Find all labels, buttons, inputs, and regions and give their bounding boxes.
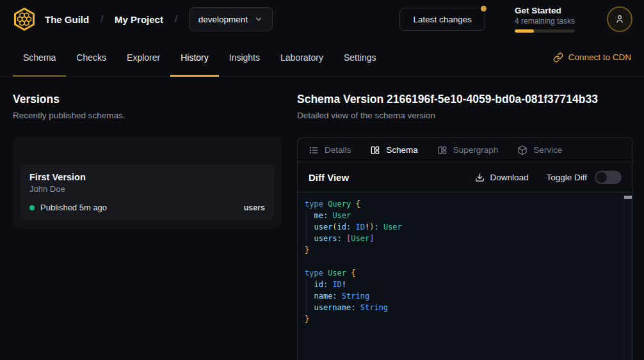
version-meta-row: Published 5m ago users <box>29 203 265 212</box>
tab-label: Supergraph <box>453 145 499 155</box>
tab-insights[interactable]: Insights <box>219 38 270 76</box>
tab-schema[interactable]: Schema <box>13 38 66 76</box>
published-status-dot <box>29 205 35 210</box>
tab-details[interactable]: Details <box>309 145 351 155</box>
code-line: type User { <box>305 267 622 279</box>
versions-panel: Versions Recently published schemas. Fir… <box>0 77 297 360</box>
tab-history[interactable]: History <box>170 38 219 76</box>
diff-toolbar: Diff View Download Toggle D <box>298 162 632 192</box>
tab-supergraph[interactable]: Supergraph <box>437 145 499 155</box>
notification-dot <box>481 6 487 12</box>
schema-version-subtitle: Detailed view of the schema version <box>297 111 633 120</box>
version-status: Published 5m ago <box>40 203 107 212</box>
tab-explorer[interactable]: Explorer <box>117 38 170 76</box>
target-selector[interactable]: development <box>189 7 273 31</box>
breadcrumb: The Guild / My Project / development <box>45 7 273 31</box>
code-line: type Query { <box>305 198 622 210</box>
chevron-down-icon <box>254 15 263 24</box>
indent-guide <box>306 210 307 244</box>
breadcrumb-org[interactable]: The Guild <box>45 14 89 25</box>
code-block: type Query { me: User user(id: ID!): Use… <box>305 198 622 325</box>
schema-version-panel: Schema Version 2166196f-5e10-4059-bd0a-0… <box>297 77 633 360</box>
get-started-subtitle: 4 remaining tasks <box>515 17 575 26</box>
versions-subtitle: Recently published schemas. <box>13 111 297 120</box>
progress-fill <box>515 29 534 33</box>
code-line: } <box>305 244 622 256</box>
main-content: Versions Recently published schemas. Fir… <box>0 77 644 360</box>
user-menu-button[interactable] <box>607 6 632 32</box>
tab-underline <box>13 75 66 77</box>
tab-label: History <box>181 52 209 63</box>
list-icon <box>309 145 319 155</box>
tab-label: Service <box>533 145 562 155</box>
switch-knob <box>596 172 607 183</box>
tab-schema-view[interactable]: Schema <box>370 145 418 155</box>
breadcrumb-project[interactable]: My Project <box>115 14 163 25</box>
person-icon <box>614 13 625 25</box>
cube-icon <box>517 145 527 155</box>
code-line: user(id: ID!): User <box>305 221 622 233</box>
tab-label: Insights <box>229 52 260 63</box>
code-line: me: User <box>305 210 622 221</box>
breadcrumb-separator: / <box>101 14 103 24</box>
version-service-badge: users <box>244 203 265 212</box>
code-line: name: String <box>305 290 622 302</box>
tab-label: Laboratory <box>280 52 323 63</box>
version-author: John Doe <box>29 184 265 194</box>
toggle-diff-switch[interactable] <box>595 171 622 184</box>
get-started-title: Get Started <box>515 6 575 16</box>
download-icon <box>475 173 485 182</box>
target-selector-value: development <box>198 15 248 24</box>
code-line: users: [User] <box>305 233 622 244</box>
schema-version-tabs: Details Schema <box>298 138 632 162</box>
connect-to-cdn-label: Connect to CDN <box>568 52 631 62</box>
diff-view-title: Diff View <box>309 172 349 183</box>
indent-guide <box>306 279 307 313</box>
toggle-diff-label: Toggle Diff <box>546 173 587 182</box>
download-button[interactable]: Download <box>475 173 528 182</box>
tab-label: Checks <box>76 52 106 63</box>
code-scrollbar[interactable] <box>624 192 632 360</box>
version-name: First Version <box>29 172 265 182</box>
tab-label: Settings <box>344 52 376 63</box>
panels-icon <box>370 145 380 155</box>
tab-checks[interactable]: Checks <box>66 38 117 76</box>
tab-service[interactable]: Service <box>517 145 562 155</box>
versions-list: First Version John Doe Published 5m ago … <box>13 137 282 228</box>
breadcrumb-separator: / <box>175 14 177 24</box>
hive-logo-icon[interactable] <box>12 6 37 32</box>
schema-version-title: Schema Version 2166196f-5e10-4059-bd0a-0… <box>297 93 633 106</box>
link-icon <box>553 52 563 63</box>
tab-label: Explorer <box>127 52 160 63</box>
versions-title: Versions <box>13 93 297 106</box>
scrollbar-thumb[interactable] <box>624 196 632 199</box>
app-header: The Guild / My Project / development Lat… <box>0 0 644 38</box>
version-card[interactable]: First Version John Doe Published 5m ago … <box>20 164 274 220</box>
connect-to-cdn-link[interactable]: Connect to CDN <box>553 38 631 76</box>
code-line: id: ID! <box>305 279 622 290</box>
schema-code-viewer[interactable]: type Query { me: User user(id: ID!): Use… <box>298 192 632 360</box>
schema-version-box: Details Schema <box>297 137 633 360</box>
tab-label: Schema <box>386 145 418 155</box>
tab-underline <box>170 75 219 77</box>
tab-settings[interactable]: Settings <box>334 38 387 76</box>
code-line <box>305 256 622 267</box>
panels-icon <box>437 145 447 155</box>
code-line: } <box>305 313 622 325</box>
code-line: username: String <box>305 302 622 313</box>
tab-label: Details <box>325 145 351 155</box>
get-started-progress-bar <box>515 29 575 33</box>
tab-laboratory[interactable]: Laboratory <box>270 38 334 76</box>
tab-label: Schema <box>23 52 56 63</box>
get-started-widget[interactable]: Get Started 4 remaining tasks <box>515 6 575 33</box>
latest-changes-label: Latest changes <box>413 15 472 24</box>
download-label: Download <box>490 173 528 182</box>
project-nav: Schema Checks Explorer History Insights … <box>0 38 644 77</box>
latest-changes-button[interactable]: Latest changes <box>399 8 485 31</box>
